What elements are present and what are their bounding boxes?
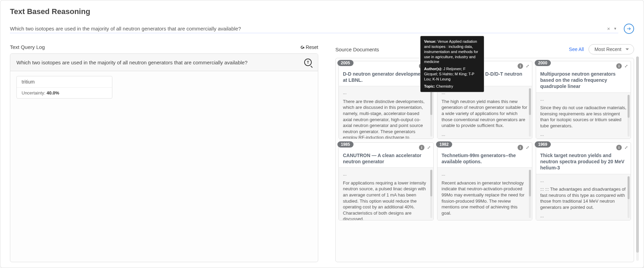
sources-controls: See All Most Recent bbox=[569, 44, 634, 54]
tooltip-topic: Topic: Chemistry bbox=[424, 84, 480, 89]
uncertainty-value: 40.0% bbox=[47, 90, 59, 95]
sort-dropdown[interactable]: Most Recent bbox=[589, 44, 634, 54]
log-box: Which two isotopes are used in the major… bbox=[10, 53, 318, 262]
expand-icon[interactable]: ⤢ bbox=[624, 64, 628, 68]
submit-button[interactable] bbox=[624, 24, 634, 34]
sort-label: Most Recent bbox=[594, 47, 621, 52]
doc-snippet: ...The high neutron yield makes this new… bbox=[437, 86, 532, 139]
card-icons: i⤢ bbox=[518, 63, 529, 69]
see-all-link[interactable]: See All bbox=[569, 47, 584, 52]
answer-card: tritium Uncertainty: 40.0% bbox=[16, 76, 112, 99]
info-icon[interactable]: i bbox=[419, 145, 424, 150]
doc-snippet: ...There are three distinctive developme… bbox=[339, 86, 433, 139]
snippet-pre-ellipsis: ... bbox=[540, 178, 627, 184]
tooltip-authors-label: Author(s): bbox=[424, 67, 442, 71]
refresh-icon: ↻ bbox=[299, 44, 306, 50]
doc-snippet: ...For applications requiring a lower in… bbox=[339, 167, 433, 220]
two-column-layout: Text Query Log ↻ Reset Which two isotope… bbox=[10, 44, 634, 262]
query-row: × ▼ bbox=[10, 24, 634, 34]
tooltip-authors: Author(s): J Reijonen; F Gicquel; S Haht… bbox=[424, 66, 480, 82]
clear-icon[interactable]: × bbox=[605, 26, 612, 31]
reset-button[interactable]: ↻ Reset bbox=[300, 44, 318, 50]
doc-card: 1985i⤢CANUTRON — A clean accelerator neu… bbox=[338, 142, 434, 220]
snippet-text: For applications requiring a lower inten… bbox=[343, 180, 426, 220]
year-badge: 1985 bbox=[337, 141, 354, 148]
year-badge: 1982 bbox=[436, 141, 452, 148]
doc-tooltip: Venue: Venue Applied radiation and isoto… bbox=[420, 58, 484, 92]
uncertainty-label: Uncertainty: bbox=[22, 90, 45, 95]
card-icons: i⤢ bbox=[518, 145, 529, 150]
doc-card: 1969i⤢Thick target neutron yields and ne… bbox=[536, 142, 631, 220]
snippet-scrollbar-thumb[interactable] bbox=[430, 170, 432, 196]
snippet-text: Since they do not use radioactive materi… bbox=[540, 105, 626, 128]
snippet-text: There are three distinctive developments… bbox=[343, 99, 424, 139]
expand-icon[interactable]: ⤢ bbox=[624, 145, 628, 150]
log-header: Text Query Log ↻ Reset bbox=[10, 44, 318, 50]
doc-snippet: ...Since they do not use radioactive mat… bbox=[536, 92, 631, 139]
snippet-pre-ellipsis: ... bbox=[343, 90, 429, 96]
log-query-row: Which two isotopes are used in the major… bbox=[10, 54, 318, 71]
snippet-text: ::: ::: The advantages and disadvantages… bbox=[540, 187, 626, 210]
snippet-post-ellipsis: ... bbox=[442, 131, 528, 138]
card-icons: i⤢ bbox=[419, 145, 431, 150]
expand-icon[interactable]: ⤢ bbox=[427, 145, 431, 150]
doc-snippet: ...Recent advances in generator technolo… bbox=[437, 167, 532, 220]
info-icon[interactable]: i bbox=[616, 145, 622, 150]
arrow-right-icon bbox=[626, 26, 632, 31]
snippet-scrollbar[interactable] bbox=[628, 95, 630, 137]
snippet-scrollbar[interactable] bbox=[628, 176, 630, 218]
snippet-post-ellipsis: ... bbox=[540, 131, 627, 138]
snippet-text: Recent advances in generator technology … bbox=[442, 180, 524, 216]
doc-snippet: ...::: ::: The advantages and disadvanta… bbox=[536, 174, 631, 220]
snippet-post-ellipsis: ... bbox=[540, 213, 627, 219]
year-badge: 2000 bbox=[535, 60, 551, 66]
tooltip-topic-label: Topic: bbox=[424, 84, 435, 88]
snippet-scrollbar[interactable] bbox=[430, 170, 432, 218]
text-query-icon[interactable]: T bbox=[304, 59, 312, 66]
snippet-scrollbar[interactable] bbox=[529, 88, 531, 137]
snippet-scrollbar-thumb[interactable] bbox=[628, 95, 630, 118]
snippet-pre-ellipsis: ... bbox=[540, 96, 627, 102]
main-scrollbar[interactable] bbox=[636, 56, 639, 261]
logged-query-text: Which two isotopes are used in the major… bbox=[16, 60, 248, 65]
doc-card: 2005i⤢D-D neutron generator development … bbox=[338, 61, 434, 139]
app-window: Text Based Reasoning × ▼ Text Query Log … bbox=[0, 0, 644, 268]
snippet-scrollbar[interactable] bbox=[430, 88, 432, 137]
snippet-scrollbar[interactable] bbox=[529, 170, 531, 218]
info-icon[interactable]: i bbox=[518, 145, 523, 150]
query-input-wrap: × ▼ bbox=[10, 24, 618, 33]
log-heading: Text Query Log bbox=[10, 44, 45, 50]
card-icons: i⤢ bbox=[616, 145, 628, 150]
doc-card: 2000i⤢Multipurpose neutron generators ba… bbox=[536, 61, 631, 139]
query-input[interactable] bbox=[10, 26, 605, 31]
expand-icon[interactable]: ⤢ bbox=[526, 64, 529, 68]
info-icon[interactable]: i bbox=[616, 63, 622, 69]
tooltip-topic-text: Chemistry bbox=[436, 84, 453, 88]
cards-scroll[interactable]: 2005i⤢D-D neutron generator development … bbox=[335, 58, 634, 262]
sources-heading: Source Documents bbox=[335, 47, 379, 52]
page-title: Text Based Reasoning bbox=[10, 7, 634, 16]
answer-uncertainty: Uncertainty: 40.0% bbox=[17, 88, 112, 98]
sources-header: Source Documents See All Most Recent bbox=[335, 44, 634, 54]
answer-text: tritium bbox=[17, 76, 112, 88]
main-scrollbar-thumb[interactable] bbox=[636, 56, 639, 253]
card-icons: i⤢ bbox=[616, 63, 628, 69]
year-badge: 2005 bbox=[337, 60, 354, 66]
reset-label: Reset bbox=[306, 44, 318, 50]
snippet-scrollbar-thumb[interactable] bbox=[529, 170, 531, 196]
snippet-text: The high neutron yield makes this new ge… bbox=[442, 99, 527, 128]
snippet-scrollbar-thumb[interactable] bbox=[430, 88, 432, 115]
cards-grid: 2005i⤢D-D neutron generator development … bbox=[338, 61, 631, 220]
doc-card: 1982i⤢Technetium-99m generators--the ava… bbox=[437, 142, 532, 220]
snippet-scrollbar-thumb[interactable] bbox=[628, 176, 630, 199]
snippet-pre-ellipsis: ... bbox=[343, 171, 429, 177]
tooltip-venue: Venue: Venue Applied radiation and isoto… bbox=[424, 58, 480, 64]
tooltip-venue-text: Venue Applied radiation and isotopes : i… bbox=[424, 58, 478, 64]
expand-icon[interactable]: ⤢ bbox=[526, 145, 529, 150]
info-icon[interactable]: i bbox=[518, 63, 523, 69]
right-column: Source Documents See All Most Recent 200… bbox=[335, 44, 634, 262]
left-column: Text Query Log ↻ Reset Which two isotope… bbox=[10, 44, 318, 262]
chevron-down-icon[interactable]: ▼ bbox=[612, 27, 618, 30]
snippet-pre-ellipsis: ... bbox=[442, 171, 528, 177]
snippet-scrollbar-thumb[interactable] bbox=[529, 88, 531, 115]
